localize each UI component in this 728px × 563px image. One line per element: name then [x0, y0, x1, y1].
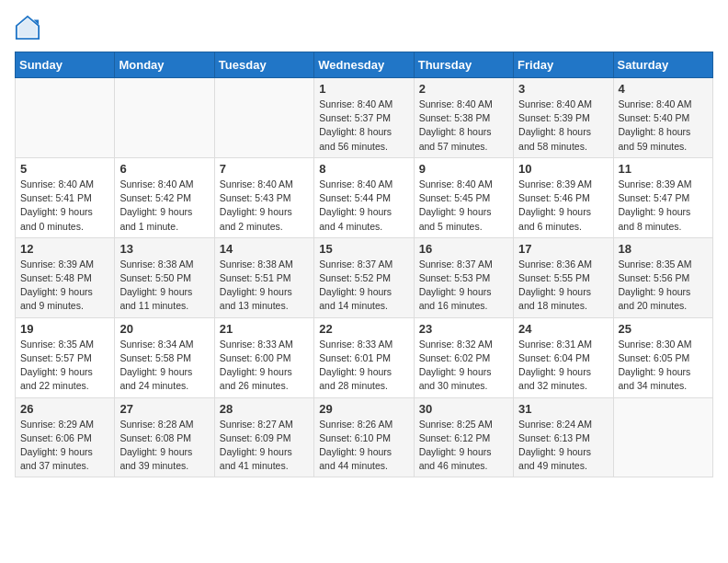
calendar-cell: 2Sunrise: 8:40 AM Sunset: 5:38 PM Daylig… — [414, 78, 513, 158]
calendar-cell: 7Sunrise: 8:40 AM Sunset: 5:43 PM Daylig… — [214, 157, 313, 237]
day-number: 15 — [319, 242, 408, 256]
day-number: 4 — [619, 82, 708, 96]
day-number: 10 — [518, 162, 608, 176]
day-number: 26 — [20, 402, 109, 416]
calendar-cell: 16Sunrise: 8:37 AM Sunset: 5:53 PM Dayli… — [414, 237, 513, 317]
day-number: 11 — [619, 162, 708, 176]
day-info: Sunrise: 8:40 AM Sunset: 5:38 PM Dayligh… — [419, 98, 508, 154]
calendar-cell: 25Sunrise: 8:30 AM Sunset: 6:05 PM Dayli… — [613, 317, 712, 397]
weekday-header-saturday: Saturday — [613, 52, 712, 78]
day-number: 9 — [419, 162, 508, 176]
day-number: 14 — [220, 242, 309, 256]
calendar-cell: 3Sunrise: 8:40 AM Sunset: 5:39 PM Daylig… — [514, 78, 613, 158]
weekday-header-monday: Monday — [115, 52, 214, 78]
day-info: Sunrise: 8:39 AM Sunset: 5:46 PM Dayligh… — [518, 178, 608, 234]
day-number: 1 — [319, 82, 408, 96]
day-number: 7 — [220, 162, 309, 176]
calendar-week-row: 26Sunrise: 8:29 AM Sunset: 6:06 PM Dayli… — [16, 397, 713, 477]
logo — [15, 15, 44, 40]
day-number: 24 — [518, 322, 608, 336]
weekday-header-row: SundayMondayTuesdayWednesdayThursdayFrid… — [16, 52, 713, 78]
day-info: Sunrise: 8:33 AM Sunset: 6:00 PM Dayligh… — [220, 338, 309, 394]
day-number: 2 — [419, 82, 508, 96]
day-info: Sunrise: 8:28 AM Sunset: 6:08 PM Dayligh… — [119, 418, 209, 474]
calendar-body: 1Sunrise: 8:40 AM Sunset: 5:37 PM Daylig… — [16, 78, 713, 477]
day-info: Sunrise: 8:40 AM Sunset: 5:39 PM Dayligh… — [518, 98, 608, 154]
day-info: Sunrise: 8:33 AM Sunset: 6:01 PM Dayligh… — [319, 338, 408, 394]
day-info: Sunrise: 8:40 AM Sunset: 5:43 PM Dayligh… — [220, 178, 309, 234]
day-number: 31 — [518, 402, 608, 416]
calendar-cell: 31Sunrise: 8:24 AM Sunset: 6:13 PM Dayli… — [514, 397, 613, 477]
calendar-cell: 12Sunrise: 8:39 AM Sunset: 5:48 PM Dayli… — [16, 237, 115, 317]
calendar-cell: 23Sunrise: 8:32 AM Sunset: 6:02 PM Dayli… — [414, 317, 513, 397]
calendar-cell: 10Sunrise: 8:39 AM Sunset: 5:46 PM Dayli… — [514, 157, 613, 237]
day-info: Sunrise: 8:40 AM Sunset: 5:42 PM Dayligh… — [119, 178, 209, 234]
day-number: 25 — [619, 322, 708, 336]
calendar-cell: 26Sunrise: 8:29 AM Sunset: 6:06 PM Dayli… — [16, 397, 115, 477]
calendar-cell — [16, 78, 115, 158]
day-info: Sunrise: 8:31 AM Sunset: 6:04 PM Dayligh… — [518, 338, 608, 394]
day-number: 27 — [119, 402, 209, 416]
day-info: Sunrise: 8:24 AM Sunset: 6:13 PM Dayligh… — [518, 418, 608, 474]
calendar-cell: 5Sunrise: 8:40 AM Sunset: 5:41 PM Daylig… — [16, 157, 115, 237]
calendar-table: SundayMondayTuesdayWednesdayThursdayFrid… — [15, 52, 713, 477]
calendar-week-row: 1Sunrise: 8:40 AM Sunset: 5:37 PM Daylig… — [16, 78, 713, 158]
calendar-cell: 20Sunrise: 8:34 AM Sunset: 5:58 PM Dayli… — [115, 317, 214, 397]
day-info: Sunrise: 8:40 AM Sunset: 5:44 PM Dayligh… — [319, 178, 408, 234]
day-number: 18 — [619, 242, 708, 256]
logo-icon — [15, 15, 40, 40]
day-info: Sunrise: 8:37 AM Sunset: 5:53 PM Dayligh… — [419, 258, 508, 314]
day-info: Sunrise: 8:34 AM Sunset: 5:58 PM Dayligh… — [119, 338, 209, 394]
calendar-cell — [115, 78, 214, 158]
day-number: 8 — [319, 162, 408, 176]
calendar-cell: 24Sunrise: 8:31 AM Sunset: 6:04 PM Dayli… — [514, 317, 613, 397]
weekday-header-wednesday: Wednesday — [314, 52, 414, 78]
calendar-cell: 19Sunrise: 8:35 AM Sunset: 5:57 PM Dayli… — [16, 317, 115, 397]
calendar-cell: 9Sunrise: 8:40 AM Sunset: 5:45 PM Daylig… — [414, 157, 513, 237]
calendar-cell: 29Sunrise: 8:26 AM Sunset: 6:10 PM Dayli… — [314, 397, 414, 477]
calendar-week-row: 12Sunrise: 8:39 AM Sunset: 5:48 PM Dayli… — [16, 237, 713, 317]
calendar-week-row: 19Sunrise: 8:35 AM Sunset: 5:57 PM Dayli… — [16, 317, 713, 397]
day-info: Sunrise: 8:26 AM Sunset: 6:10 PM Dayligh… — [319, 418, 408, 474]
day-number: 23 — [419, 322, 508, 336]
calendar-cell: 15Sunrise: 8:37 AM Sunset: 5:52 PM Dayli… — [314, 237, 414, 317]
weekday-header-thursday: Thursday — [414, 52, 513, 78]
calendar-cell: 18Sunrise: 8:35 AM Sunset: 5:56 PM Dayli… — [613, 237, 712, 317]
day-number: 20 — [119, 322, 209, 336]
day-number: 28 — [220, 402, 309, 416]
calendar-cell: 28Sunrise: 8:27 AM Sunset: 6:09 PM Dayli… — [214, 397, 313, 477]
day-number: 22 — [319, 322, 408, 336]
day-number: 6 — [119, 162, 209, 176]
calendar-header: SundayMondayTuesdayWednesdayThursdayFrid… — [16, 52, 713, 78]
day-number: 21 — [220, 322, 309, 336]
day-info: Sunrise: 8:39 AM Sunset: 5:48 PM Dayligh… — [20, 258, 109, 314]
day-info: Sunrise: 8:40 AM Sunset: 5:37 PM Dayligh… — [319, 98, 408, 154]
calendar-cell: 4Sunrise: 8:40 AM Sunset: 5:40 PM Daylig… — [613, 78, 712, 158]
day-info: Sunrise: 8:32 AM Sunset: 6:02 PM Dayligh… — [419, 338, 508, 394]
day-number: 19 — [20, 322, 109, 336]
day-info: Sunrise: 8:38 AM Sunset: 5:50 PM Dayligh… — [119, 258, 209, 314]
calendar-cell: 21Sunrise: 8:33 AM Sunset: 6:00 PM Dayli… — [214, 317, 313, 397]
day-number: 17 — [518, 242, 608, 256]
weekday-header-sunday: Sunday — [16, 52, 115, 78]
calendar-cell: 11Sunrise: 8:39 AM Sunset: 5:47 PM Dayli… — [613, 157, 712, 237]
day-info: Sunrise: 8:40 AM Sunset: 5:45 PM Dayligh… — [419, 178, 508, 234]
day-info: Sunrise: 8:25 AM Sunset: 6:12 PM Dayligh… — [419, 418, 508, 474]
day-number: 3 — [518, 82, 608, 96]
calendar-cell — [214, 78, 313, 158]
calendar-cell: 30Sunrise: 8:25 AM Sunset: 6:12 PM Dayli… — [414, 397, 513, 477]
day-info: Sunrise: 8:37 AM Sunset: 5:52 PM Dayligh… — [319, 258, 408, 314]
calendar-cell: 14Sunrise: 8:38 AM Sunset: 5:51 PM Dayli… — [214, 237, 313, 317]
day-number: 29 — [319, 402, 408, 416]
calendar-week-row: 5Sunrise: 8:40 AM Sunset: 5:41 PM Daylig… — [16, 157, 713, 237]
calendar-cell — [613, 397, 712, 477]
page-header — [15, 15, 713, 40]
day-info: Sunrise: 8:40 AM Sunset: 5:41 PM Dayligh… — [20, 178, 109, 234]
calendar-cell: 1Sunrise: 8:40 AM Sunset: 5:37 PM Daylig… — [314, 78, 414, 158]
day-info: Sunrise: 8:39 AM Sunset: 5:47 PM Dayligh… — [619, 178, 708, 234]
weekday-header-friday: Friday — [514, 52, 613, 78]
day-info: Sunrise: 8:35 AM Sunset: 5:57 PM Dayligh… — [20, 338, 109, 394]
day-number: 13 — [119, 242, 209, 256]
day-info: Sunrise: 8:40 AM Sunset: 5:40 PM Dayligh… — [619, 98, 708, 154]
day-info: Sunrise: 8:27 AM Sunset: 6:09 PM Dayligh… — [220, 418, 309, 474]
